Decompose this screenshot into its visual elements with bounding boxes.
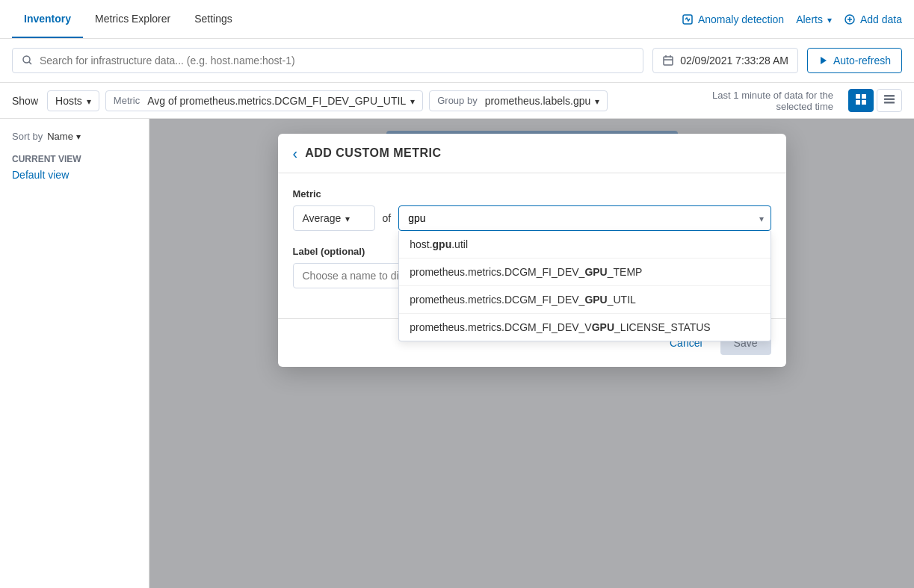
- nav-tabs: Inventory Metrics Explorer Settings: [12, 0, 244, 38]
- alerts-chevron-icon: [827, 13, 832, 25]
- svg-rect-3: [664, 57, 673, 65]
- filter-row: Show Hosts Metric Avg of prometheus.metr…: [0, 83, 914, 119]
- date-picker[interactable]: 02/09/2021 7:33:28 AM: [652, 48, 798, 73]
- sort-select[interactable]: Name: [47, 131, 81, 142]
- hosts-filter-button[interactable]: Hosts: [47, 90, 99, 111]
- sidebar: Sort by Name Current view Default view: [0, 119, 149, 588]
- svg-rect-9: [884, 95, 895, 97]
- grid-view-button[interactable]: [848, 89, 874, 112]
- dropdown-item-prom-dcgm-temp[interactable]: prometheus.metrics.DCGM_FI_DEV_GPU_TEMP: [399, 259, 770, 286]
- svg-rect-10: [884, 99, 895, 101]
- list-icon: [883, 93, 895, 105]
- show-label: Show: [12, 95, 38, 107]
- top-nav: Inventory Metrics Explorer Settings Anom…: [0, 0, 914, 39]
- back-icon: [293, 146, 298, 161]
- metric-section-label: Metric: [293, 188, 771, 199]
- date-value: 02/09/2021 7:33:28 AM: [680, 55, 788, 66]
- current-view-section: Current view Default view: [12, 154, 137, 181]
- play-icon: [818, 55, 829, 66]
- svg-marker-4: [821, 57, 827, 64]
- modal-title: ADD CUSTOM METRIC: [305, 146, 441, 160]
- anomaly-icon: [682, 13, 694, 25]
- svg-rect-6: [862, 94, 866, 99]
- sort-by-label: Sort by: [12, 131, 43, 142]
- modal-overlay: ADD CUSTOM METRIC Metric Average of: [149, 119, 914, 588]
- metric-search-input[interactable]: [398, 205, 771, 231]
- dropdown-item-prom-dcgm-license[interactable]: prometheus.metrics.DCGM_FI_DEV_VGPU_LICE…: [399, 314, 770, 341]
- main-content: Sort by Name Current view Default view g…: [0, 119, 914, 588]
- nav-right: Anomaly detection Alerts Add data: [682, 13, 902, 25]
- group-by-chevron-icon: [595, 95, 599, 107]
- aggregation-chevron-icon: [345, 212, 350, 224]
- current-view-label: Current view: [12, 154, 137, 164]
- auto-refresh-button[interactable]: Auto-refresh: [807, 48, 902, 73]
- modal-body: Metric Average of: [278, 173, 786, 318]
- svg-point-2: [23, 56, 30, 63]
- modal-back-button[interactable]: [293, 146, 298, 161]
- add-data-link[interactable]: Add data: [844, 13, 902, 25]
- sort-chevron-icon: [76, 131, 81, 142]
- search-icon: [22, 55, 34, 66]
- search-row: 02/09/2021 7:33:28 AM Auto-refresh: [0, 39, 914, 83]
- metric-filter-button[interactable]: Metric Avg of prometheus.metrics.DCGM_FI…: [105, 90, 423, 111]
- group-by-filter-button[interactable]: Group by prometheus.labels.gpu: [429, 90, 608, 111]
- calendar-icon: [662, 55, 674, 66]
- hosts-chevron-icon: [87, 95, 91, 107]
- svg-rect-8: [862, 100, 866, 105]
- metric-input-wrapper: host.gpu.util prometheus.metrics.DCGM_FI…: [398, 205, 771, 231]
- last-minute-info: Last 1 minute of data for the selected t…: [712, 90, 833, 112]
- svg-rect-7: [856, 100, 860, 105]
- group-by-prefix-label: Group by: [437, 95, 477, 106]
- svg-rect-5: [856, 94, 860, 99]
- metric-prefix-label: Metric: [114, 95, 140, 106]
- aggregation-select[interactable]: Average: [293, 205, 375, 231]
- metric-chevron-icon: [410, 95, 415, 107]
- alerts-link[interactable]: Alerts: [796, 13, 832, 25]
- tab-settings[interactable]: Settings: [182, 0, 244, 38]
- add-custom-metric-modal: ADD CUSTOM METRIC Metric Average of: [278, 134, 786, 367]
- add-data-icon: [844, 13, 856, 25]
- view-toggle: [848, 89, 902, 112]
- grid-icon: [855, 93, 867, 105]
- grid-area: gc-mad-mayer 0 ADD CUSTOM METRIC Metric: [149, 119, 914, 588]
- of-label: of: [383, 212, 392, 224]
- svg-rect-11: [884, 102, 895, 104]
- tab-inventory[interactable]: Inventory: [12, 0, 83, 38]
- metric-value-label: Avg of prometheus.metrics.DCGM_FI_DEV_GP…: [147, 95, 406, 107]
- dropdown-item-host-gpu-util[interactable]: host.gpu.util: [399, 231, 770, 259]
- list-view-button[interactable]: [877, 89, 902, 112]
- modal-header: ADD CUSTOM METRIC: [278, 134, 786, 173]
- sort-row: Sort by Name: [12, 131, 137, 142]
- tab-metrics-explorer[interactable]: Metrics Explorer: [83, 0, 182, 38]
- search-box-wrapper: [12, 48, 643, 73]
- default-view-link[interactable]: Default view: [12, 169, 137, 181]
- anomaly-detection-link[interactable]: Anomaly detection: [682, 13, 784, 25]
- metric-dropdown-list: host.gpu.util prometheus.metrics.DCGM_FI…: [398, 231, 771, 341]
- metric-input-row: Average of host.gpu.util: [293, 205, 771, 231]
- search-input[interactable]: [40, 55, 634, 66]
- dropdown-item-prom-dcgm-util[interactable]: prometheus.metrics.DCGM_FI_DEV_GPU_UTIL: [399, 286, 770, 314]
